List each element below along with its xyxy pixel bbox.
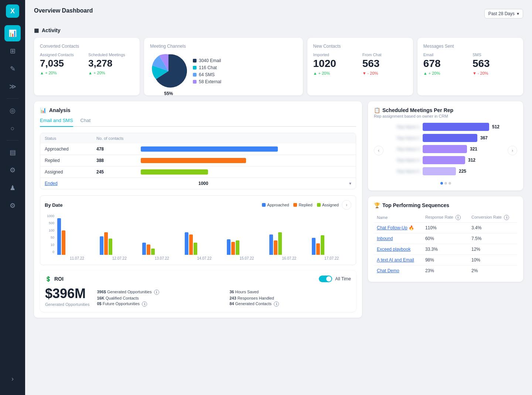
roi-future: 0$ Future Opportunities ℹ xyxy=(97,301,218,307)
seq-response: 60% xyxy=(422,233,468,244)
roi-contacts: 84 Generated Contacts ℹ xyxy=(229,301,351,307)
chart-next-button[interactable]: › xyxy=(342,200,351,210)
rep-value: 225 xyxy=(459,169,466,174)
bar-chart xyxy=(57,214,351,255)
dot-2[interactable] xyxy=(444,182,447,185)
pie-percent-label: 55% xyxy=(164,91,173,96)
bar-group xyxy=(142,243,182,255)
seq-name[interactable]: Chat Demo xyxy=(374,266,422,276)
dot-1[interactable] xyxy=(440,182,443,185)
rep-name: Rep Name 3 xyxy=(386,147,420,151)
sidebar-item-profile[interactable]: ○ xyxy=(4,120,21,136)
sidebar-item-filter[interactable]: ◎ xyxy=(4,102,21,119)
bottom-grid: 📊 Analysis Email and SMS Chat Status No.… xyxy=(34,101,523,318)
conversion-info-icon: ℹ xyxy=(504,215,509,220)
status-row: Assigned 245 xyxy=(40,166,356,178)
seq-name[interactable]: Chat Follow-Up 🔥 xyxy=(374,223,422,233)
activity-icon: ▦ xyxy=(34,27,39,33)
seq-name-link[interactable]: Chat Demo xyxy=(377,268,399,273)
rep-value: 321 xyxy=(470,146,477,152)
activity-grid: Converted Contacts Assigned Contacts 7,0… xyxy=(34,38,523,95)
approached-bar xyxy=(100,236,103,255)
scheduled-meetings-change: ▲ + 20% xyxy=(88,71,134,75)
sidebar-item-settings[interactable]: ⚙ xyxy=(4,162,21,178)
legend-chat: 116 Chat xyxy=(193,65,221,70)
sidebar-item-chart[interactable]: 📊 xyxy=(4,25,21,41)
all-time-label: All Time xyxy=(335,276,351,281)
meetings-prev-button[interactable]: ‹ xyxy=(374,146,383,155)
sms-change: ▼ - 20% xyxy=(473,71,517,75)
seq-name[interactable]: Exceed playbook xyxy=(374,244,422,255)
pagination-dots xyxy=(374,182,517,185)
meeting-channels-title: Meeting Channels xyxy=(150,44,297,49)
sidebar-item-collapse[interactable]: › xyxy=(4,371,21,387)
sidebar-item-users[interactable]: ♟ xyxy=(4,180,21,196)
meetings-subtitle: Rep assignment based on owner in CRM xyxy=(374,114,453,118)
replied-bar xyxy=(104,232,108,255)
roi-toggle-container: All Time xyxy=(319,276,351,282)
sidebar-item-tools[interactable]: ⚙ xyxy=(4,198,21,214)
status-name: Assigned xyxy=(45,169,96,175)
legend-assigned: Assigned xyxy=(317,203,339,207)
bar-group xyxy=(269,232,309,255)
seq-name[interactable]: Inbound xyxy=(374,233,422,244)
seq-name-link[interactable]: A text AI and Email xyxy=(377,257,414,263)
status-bar xyxy=(141,158,246,163)
meeting-channels-card: Meeting Channels 55% xyxy=(144,38,303,95)
messages-title: Messages Sent xyxy=(423,44,517,49)
scheduled-meetings-value: 3,278 xyxy=(88,58,134,69)
ended-row[interactable]: Ended 1000 ▾ xyxy=(40,178,356,189)
status-table-header: Status No. of contacts xyxy=(40,133,356,144)
perf-row: Chat Follow-Up 🔥 110% 3.4% xyxy=(374,223,517,233)
col-name: Name xyxy=(374,213,422,223)
new-contacts-title: New Contacts xyxy=(313,44,407,49)
status-name: Replied xyxy=(45,158,96,163)
legend-approached: Approached xyxy=(262,203,289,207)
meetings-icon: 📋 xyxy=(374,107,380,113)
status-rows: Approached 478 Replied 388 Assigned 245 xyxy=(40,144,356,178)
sidebar-item-report[interactable]: ▤ xyxy=(4,144,21,161)
sidebar-item-grid[interactable]: ⊞ xyxy=(4,43,21,59)
app-logo: X xyxy=(6,4,19,18)
perf-row: A text AI and Email 98% 10% xyxy=(374,255,517,266)
rep-bar xyxy=(423,134,477,142)
from-chat-value: 563 xyxy=(362,58,407,70)
rep-name: Rep Name 2 xyxy=(386,136,420,140)
rep-bar-row: Rep Name 5 225 xyxy=(386,167,505,175)
date-filter-button[interactable]: Past 28 Days ▾ xyxy=(484,9,523,18)
sidebar-item-expand[interactable]: ≫ xyxy=(4,78,21,95)
assigned-bar xyxy=(151,249,155,255)
dot-3[interactable] xyxy=(449,182,451,185)
contacts-col-header: No. of contacts xyxy=(96,136,141,141)
perf-row: Chat Demo 23% 2% xyxy=(374,266,517,276)
rep-bar-row: Rep Name 4 312 xyxy=(386,156,505,164)
activity-header: ▦ Activity xyxy=(34,27,523,33)
col-response: Response Rate ℹ xyxy=(422,213,468,223)
seq-conversion: 2% xyxy=(468,266,517,276)
legend-chat-dot xyxy=(193,66,197,70)
assigned-bar xyxy=(194,243,197,255)
status-bar xyxy=(141,146,278,152)
sidebar-item-edit[interactable]: ✎ xyxy=(4,61,21,77)
seq-name-link[interactable]: Chat Follow-Up xyxy=(377,225,407,230)
rep-bar xyxy=(423,167,456,175)
seq-name-link[interactable]: Exceed playbook xyxy=(377,247,410,252)
tab-email-sms[interactable]: Email and SMS xyxy=(40,118,73,127)
rep-bar-row: Rep Name 3 321 xyxy=(386,145,505,153)
assigned-dot xyxy=(317,203,321,207)
seq-name-link[interactable]: Inbound xyxy=(377,236,393,241)
analysis-tabs: Email and SMS Chat xyxy=(40,118,356,127)
sms-messages-metric: SMS 563 ▼ - 20% xyxy=(473,53,517,75)
assigned-contacts-change: ▲ + 20% xyxy=(40,71,85,75)
seq-name[interactable]: A text AI and Email xyxy=(374,255,422,266)
meetings-next-button[interactable]: › xyxy=(508,146,517,155)
legend-replied: Replied xyxy=(293,203,312,207)
rep-bars: Rep Name 1 512 Rep Name 2 367 Rep Name 3… xyxy=(386,123,505,175)
perf-table-body: Chat Follow-Up 🔥 110% 3.4% Inbound 60% 7… xyxy=(374,223,517,276)
all-time-toggle[interactable] xyxy=(319,276,332,282)
approached-bar xyxy=(185,232,188,255)
chart-label: 11.07.22 xyxy=(57,256,97,260)
tab-chat[interactable]: Chat xyxy=(81,118,91,126)
messages-grid: Email 678 ▲ + 20% SMS 563 ▼ - 20% xyxy=(423,53,517,75)
sms-value: 563 xyxy=(473,58,517,70)
